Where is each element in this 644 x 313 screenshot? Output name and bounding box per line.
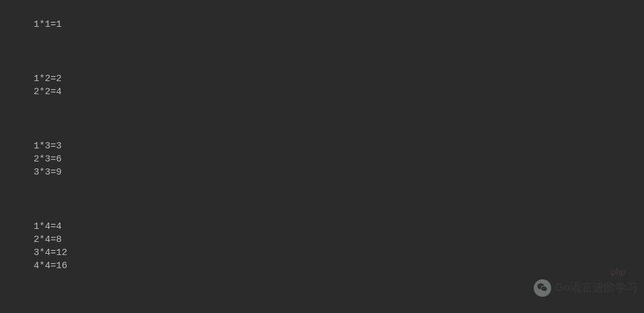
table-row: 1*5=5 2*5=10 3*5=15 4*5=20 5*5=25	[11, 301, 633, 313]
wechat-icon	[534, 279, 551, 297]
table-cell: 4*4=16	[34, 259, 72, 272]
table-cell: 1*2=2	[34, 72, 78, 85]
table-cell: 2*3=6	[34, 153, 78, 166]
table-cell: 1*4=4	[34, 220, 78, 233]
table-row: 1*3=3 2*3=6 3*3=9	[11, 127, 633, 192]
watermark: Go语言进阶学习	[534, 279, 638, 297]
table-cell: 1*1=1	[34, 18, 72, 31]
php-watermark: php	[611, 266, 625, 279]
table-cell: 2*4=8	[34, 233, 78, 246]
table-cell: 2*2=4	[34, 85, 72, 99]
table-cell: 3*3=9	[34, 166, 72, 179]
table-cell: 3*4=12	[34, 246, 72, 259]
table-row: 1*1=1	[11, 5, 633, 44]
table-row: 1*4=4 2*4=8 3*4=12 4*4=16	[11, 207, 633, 286]
table-cell: 1*3=3	[34, 140, 78, 153]
table-row: 1*2=2 2*2=4	[11, 59, 633, 112]
console-output: 1*1=1 1*2=2 2*2=4 1*3=3 2*3=6 3*3=9 1*4=…	[11, 5, 633, 313]
watermark-text: Go语言进阶学习	[555, 280, 638, 296]
